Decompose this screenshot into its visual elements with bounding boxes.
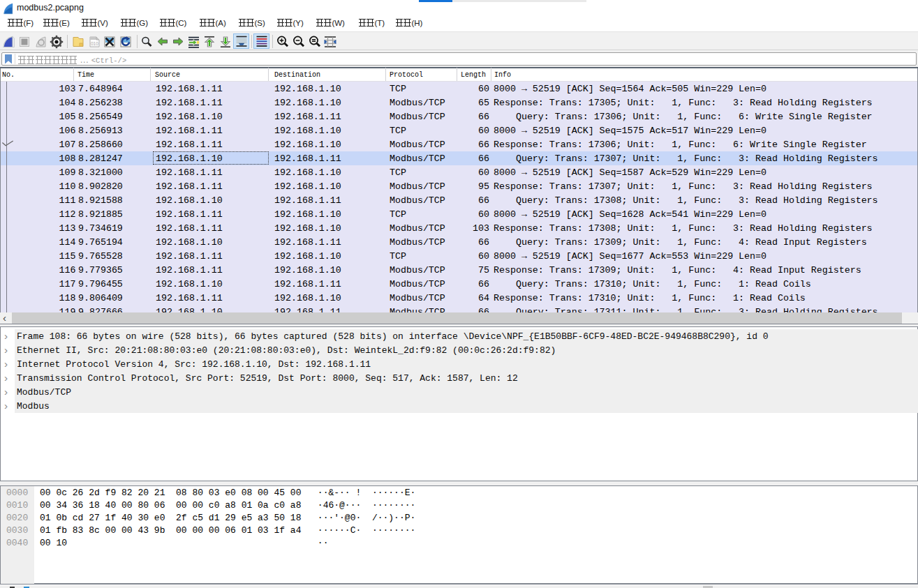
svg-text:010: 010 bbox=[91, 41, 98, 46]
